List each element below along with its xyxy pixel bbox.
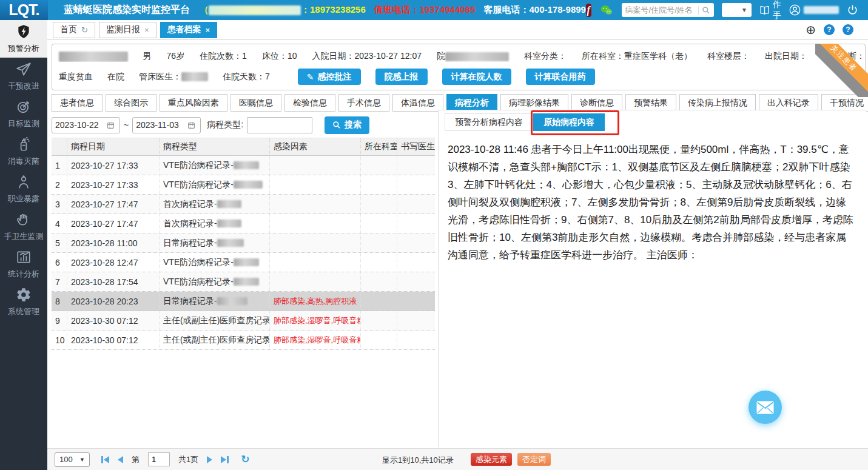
help-icon[interactable]: ? [824,24,835,35]
patient-admit-diagnosis: 入院诊断： [823,51,865,62]
tab-warning-course-content[interactable]: 预警分析病程内容 [445,113,533,131]
sidebar-item-warning-analysis[interactable]: 预警分析 [0,20,47,58]
service-phone: 客服电话：400-178-9899 [484,4,586,16]
user-menu[interactable] [789,4,839,16]
cell-dept [361,311,397,330]
sidebar-item-hand-hygiene[interactable]: 手卫生监测 [0,208,47,246]
search-input[interactable] [625,5,698,15]
search-button[interactable]: 搜索 [325,116,369,134]
table-row[interactable]: 6 2023-10-28 12:47 VTE防治病程记录- [52,253,435,272]
calendar-icon[interactable] [187,121,195,129]
tab-temperature-info[interactable]: 体温信息 [392,94,443,112]
wechat-icon[interactable] [599,3,614,18]
page-size-select[interactable]: 100 ▼ [55,452,90,467]
sidebar-item-statistics[interactable]: 统计分析 [0,246,47,283]
cell-infection [270,195,361,213]
infection-report-button[interactable]: 院感上报 [375,69,428,85]
tab-transfer-records[interactable]: 出入科记录 [759,94,818,112]
sidebar-item-disinfection[interactable]: 消毒灭菌 [0,133,47,170]
tab-overview-chart[interactable]: 综合图示 [106,94,156,112]
total-pages-label: 共1页 [178,454,198,465]
power-icon[interactable] [847,4,858,16]
col-course-type: 病程类型 [160,138,270,155]
next-page-button[interactable] [207,456,212,463]
tab-original-course-content[interactable]: 原始病程内容 [533,113,605,131]
course-type-input[interactable] [247,117,312,133]
table-row[interactable]: 5 2023-10-28 11:00 日常病程记录- [52,233,435,253]
close-icon[interactable]: × [144,26,149,34]
sidebar-item-system-settings[interactable]: 系统管理 [0,283,47,321]
tab-home[interactable]: 首页 ↻ [53,22,95,38]
table-row[interactable]: 10 2023-10-30 07:12 主任(或副主任)医师查房记录 肺部感染,… [52,331,435,350]
message-fab-button[interactable] [749,391,782,424]
page-number-input[interactable] [148,452,170,466]
calc-combined-drug-button[interactable]: 计算联合用药 [526,69,595,85]
tab-daily-report[interactable]: 监测日报 × [99,22,156,38]
plus-circle-icon[interactable]: ⊕ [806,24,816,36]
cell-dept [361,233,397,252]
flash-icon[interactable]: f [586,4,591,17]
date-from-input[interactable] [55,120,105,130]
tab-label: 监测日报 [106,24,140,35]
tab-doctor-orders[interactable]: 医嘱信息 [230,94,281,112]
tab-warning-results[interactable]: 预警结果 [625,94,676,112]
table-row[interactable]: 4 2023-10-27 17:47 首次病程记录- [52,214,435,233]
sidebar-item-label: 手卫生监测 [4,231,44,242]
gear-icon [16,287,32,304]
app-logo: LQT. [0,0,48,20]
refresh-icon[interactable]: ↻ [81,26,88,34]
table-row[interactable]: 9 2023-10-30 07:12 主任(或副主任)医师查房记录 肺部感染,湿… [52,311,435,331]
infection-element-button[interactable]: 感染元素 [471,453,512,466]
manual-link[interactable]: 操作手册 [759,0,781,32]
cell-dept [361,272,397,291]
prev-page-button[interactable] [118,456,123,463]
help-icon[interactable]: ? [843,24,853,35]
tab-lab-info[interactable]: 检验信息 [284,94,335,112]
spray-bottle-icon [16,136,32,154]
patient-hospital-no: 院 [437,51,509,62]
date-from-field[interactable] [52,117,120,133]
negation-word-button[interactable]: 否定词 [517,453,551,466]
infection-annotate-button[interactable]: ✎ 感控批注 [298,69,361,85]
table-row[interactable]: 3 2023-10-27 17:47 首次病程记录- [52,195,435,214]
tab-key-risk-factors[interactable]: 重点风险因素 [160,94,227,112]
tab-patient-info[interactable]: 患者信息 [52,94,103,112]
tab-course-analysis[interactable]: 病程分析 [446,94,497,112]
first-page-button[interactable] [101,456,109,463]
cell-type: 主任(或副主任)医师查房记录 [160,311,270,330]
date-to-field[interactable] [132,117,201,133]
close-icon[interactable]: × [206,26,210,34]
top-header: LQT. 蓝蜻蜓医院感染实时监控平台 （ ：18973238256 值班电话：1… [0,0,868,20]
cell-type: VTE防治病程记录- [160,175,270,194]
search-icon[interactable] [698,6,710,15]
sidebar-item-target-monitor[interactable]: 目标监测 [0,95,47,133]
tab-diagnosis-info[interactable]: 诊断信息 [571,94,622,112]
tab-intervention-status[interactable]: 干预情况 [821,94,868,112]
sidebar-item-intervention[interactable]: 干预改进 [0,58,47,95]
hotline-info: （ ：18973238256 值班电话：19374944085 客服电话：400… [200,4,586,16]
table-row[interactable]: 1 2023-10-27 17:33 VTE防治病程记录- [52,156,435,175]
last-page-button[interactable] [221,456,229,463]
book-icon [759,5,770,15]
reload-icon[interactable]: ↻ [241,453,249,466]
tab-patient-archive[interactable]: 患者档案 × [160,22,218,38]
patient-gender: 男 [143,51,152,62]
cell-date: 2023-10-27 17:33 [67,175,160,194]
sidebar-item-label: 统计分析 [8,269,39,280]
table-row-selected[interactable]: 8 2023-10-28 20:23 日常病程记录- 肺部感染,高热,胸腔积液 [52,292,435,311]
table-row[interactable]: 2 2023-10-27 17:33 VTE防治病程记录- [52,175,435,195]
calc-inhospital-button[interactable]: 计算在院人数 [442,69,511,85]
patient-select-dropdown[interactable]: ▼ [722,3,752,17]
tab-infectious-report[interactable]: 传染病上报情况 [679,94,756,112]
table-row[interactable]: 7 2023-10-28 17:54 VTE防治病程记录- [52,272,435,292]
duty-phone: 值班电话：19374944085 [374,4,476,16]
cell-index: 7 [52,272,67,291]
button-label: 院感上报 [385,72,419,82]
hand-icon [16,212,32,229]
tab-surgery-info[interactable]: 手术信息 [338,94,389,112]
tab-pathology-imaging[interactable]: 病理影像结果 [500,94,568,112]
date-to-input[interactable] [136,120,186,130]
sidebar-item-occupational-exposure[interactable]: 职业暴露 [0,170,47,208]
redacted-block [217,220,241,227]
calendar-icon[interactable] [107,121,115,129]
